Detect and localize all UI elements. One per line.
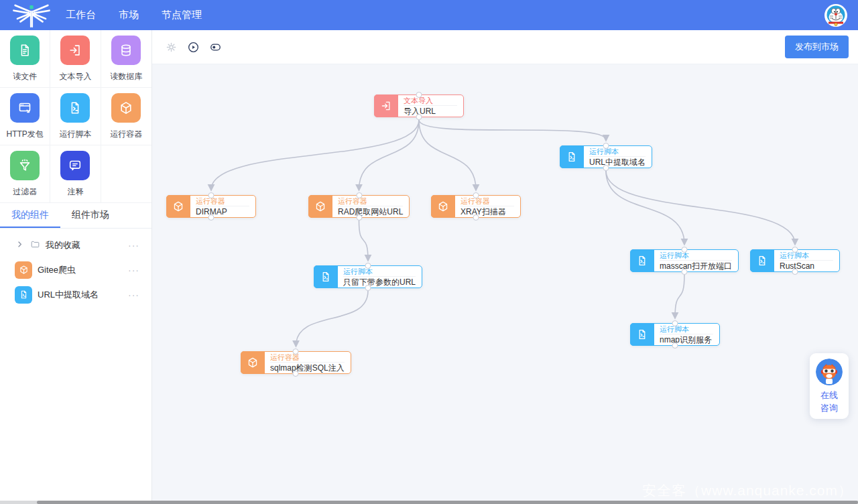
flow-node-rad[interactable]: 运行容器RAD爬取网站URL — [308, 195, 410, 218]
node-type-label: 运行容器 — [338, 196, 403, 206]
node-name-label: RAD爬取网站URL — [338, 206, 403, 217]
flow-node-url_domain[interactable]: 运行脚本URL中提取域名 — [560, 145, 652, 168]
container-icon — [166, 195, 190, 218]
output-port[interactable] — [365, 285, 371, 291]
more-actions-icon[interactable]: ··· — [128, 290, 139, 300]
chevron-right-icon[interactable] — [15, 239, 25, 251]
output-port[interactable] — [792, 269, 798, 275]
output-port[interactable] — [603, 165, 609, 171]
palette-item-label: 注释 — [67, 186, 83, 198]
flow-node-rustscan[interactable]: 运行脚本RustScan — [750, 249, 840, 272]
script-icon — [750, 249, 774, 272]
horizontal-scrollbar-thumb[interactable] — [37, 501, 858, 504]
output-port[interactable] — [208, 214, 214, 220]
input-port[interactable] — [208, 192, 214, 198]
node-name-label: 只留下带参数的URL — [343, 277, 416, 288]
node-type-label: 运行脚本 — [589, 147, 646, 157]
http-icon — [10, 93, 40, 123]
palette-item-label: 文本导入 — [59, 71, 91, 82]
tree-item-label: Gitee爬虫 — [38, 264, 76, 276]
palette-item-读数据库[interactable]: 读数据库 — [101, 30, 151, 88]
palette-item-注释[interactable]: 注释 — [50, 145, 101, 203]
output-port[interactable] — [672, 342, 678, 349]
palette-item-HTTP发包[interactable]: HTTP发包 — [0, 88, 50, 145]
palette-item-label: 读文件 — [13, 71, 37, 82]
palette-item-运行容器[interactable]: 运行容器 — [101, 88, 151, 145]
flow-node-sqlmap[interactable]: 运行容器sqlmap检测SQL注入 — [241, 351, 351, 374]
tree-item-Gitee爬虫[interactable]: Gitee爬虫··· — [0, 257, 151, 282]
sidebar-tabs: 我的组件 组件市场 — [0, 203, 151, 229]
node-name-label: RustScan — [780, 261, 833, 271]
script-icon — [630, 323, 654, 346]
sidebar: 读文件文本导入读数据库HTTP发包运行脚本运行容器过滤器注释 我的组件 组件市场… — [0, 30, 152, 504]
nav-item-workbench[interactable]: 工作台 — [66, 9, 96, 21]
play-icon[interactable] — [186, 40, 200, 54]
palette-item-过滤器[interactable]: 过滤器 — [0, 145, 50, 203]
nav-item-market[interactable]: 市场 — [119, 9, 139, 21]
container-icon — [308, 195, 332, 218]
horizontal-scrollbar[interactable] — [0, 501, 858, 504]
output-port[interactable] — [416, 114, 422, 120]
node-name-label: URL中提取域名 — [589, 157, 646, 168]
flow-node-masscan[interactable]: 运行脚本masscan扫开放端口 — [630, 249, 739, 272]
input-port[interactable] — [682, 247, 688, 253]
tab-component-market[interactable]: 组件市场 — [60, 203, 121, 228]
palette-item-label: 过滤器 — [13, 186, 37, 198]
chat-label-line2: 咨询 — [810, 401, 849, 414]
toggle-icon[interactable] — [208, 40, 222, 54]
script-icon — [314, 265, 338, 288]
palette-item-label: 运行脚本 — [59, 129, 91, 140]
node-name-label: nmap识别服务 — [660, 334, 713, 345]
more-actions-icon[interactable]: ··· — [128, 265, 139, 275]
palette-item-读文件[interactable]: 读文件 — [0, 30, 50, 88]
palette-item-label: 读数据库 — [110, 71, 142, 82]
node-type-label: 运行脚本 — [660, 324, 713, 334]
comment-icon — [60, 151, 90, 180]
tree-item-label: 我的收藏 — [46, 239, 80, 251]
node-name-label: sqlmap检测SQL注入 — [270, 363, 345, 373]
nav-item-node-management[interactable]: 节点管理 — [162, 9, 202, 21]
output-port[interactable] — [473, 214, 479, 220]
flow-node-xray[interactable]: 运行容器XRAY扫描器 — [431, 195, 521, 218]
output-port[interactable] — [356, 214, 362, 220]
flow-node-keep_param[interactable]: 运行脚本只留下带参数的URL — [314, 265, 422, 288]
node-type-label: 运行脚本 — [780, 251, 833, 261]
node-type-label: 文本导入 — [404, 96, 457, 106]
input-port[interactable] — [672, 320, 678, 326]
user-avatar[interactable] — [824, 4, 847, 27]
palette-item-运行脚本[interactable]: 运行脚本 — [50, 88, 101, 145]
tab-my-components[interactable]: 我的组件 — [0, 203, 60, 228]
online-chat-widget[interactable]: 在线 咨询 — [810, 353, 849, 419]
flow-node-import_url[interactable]: 文本导入导入URL — [374, 94, 464, 117]
dragonfly-logo-icon[interactable] — [11, 2, 52, 29]
flow-node-nmap[interactable]: 运行脚本nmap识别服务 — [630, 323, 720, 346]
tree-item-URL中提取域名[interactable]: URL中提取域名··· — [0, 282, 151, 307]
publish-to-market-button[interactable]: 发布到市场 — [785, 36, 849, 58]
more-actions-icon[interactable]: ··· — [128, 240, 139, 251]
input-port[interactable] — [603, 143, 609, 149]
chat-label-line1: 在线 — [810, 389, 849, 401]
palette-empty-cell — [101, 145, 151, 203]
output-port[interactable] — [293, 371, 299, 377]
flow-node-dirmap[interactable]: 运行容器DIRMAP — [166, 195, 256, 218]
input-port[interactable] — [416, 92, 422, 98]
output-port[interactable] — [682, 269, 688, 275]
gear-icon[interactable] — [164, 40, 178, 54]
input-port[interactable] — [293, 349, 299, 355]
script-icon — [15, 286, 32, 304]
script-icon — [630, 249, 654, 272]
tree-item-我的收藏[interactable]: 我的收藏··· — [0, 233, 151, 257]
flow-edges-layer — [152, 64, 858, 504]
container-icon — [111, 93, 141, 123]
node-type-label: 运行容器 — [461, 196, 514, 206]
input-port[interactable] — [356, 192, 362, 198]
input-port[interactable] — [365, 263, 371, 269]
container-icon — [431, 195, 455, 218]
input-port[interactable] — [792, 247, 798, 253]
input-port[interactable] — [473, 192, 479, 198]
node-type-label: 运行脚本 — [660, 251, 732, 261]
flow-canvas[interactable]: 在线 咨询 安全客（www.anquanke.com） 文本导入导入URL运行脚… — [152, 64, 858, 504]
palette-item-文本导入[interactable]: 文本导入 — [50, 30, 101, 88]
import-icon — [374, 94, 398, 117]
container-icon — [15, 261, 32, 279]
